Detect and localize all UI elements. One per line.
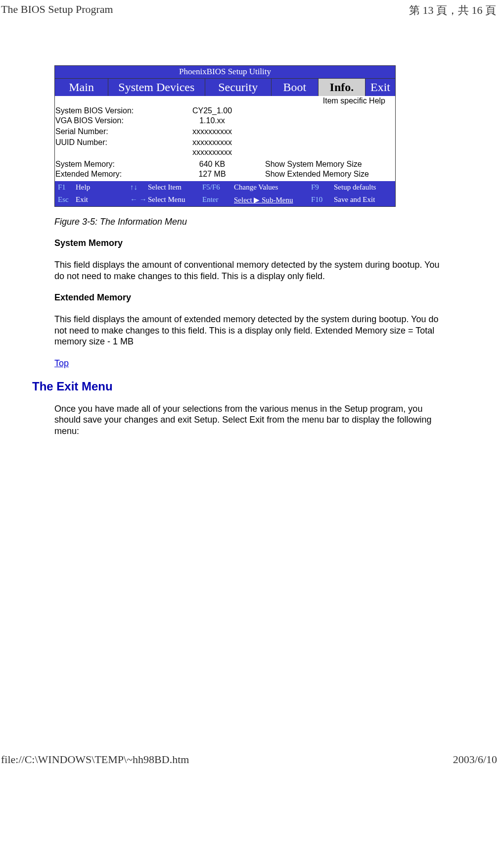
- key-updown-label: Select Item: [148, 183, 202, 192]
- menu-main[interactable]: Main: [55, 79, 108, 96]
- sys-mem-label: System Memory:: [55, 159, 160, 169]
- sys-mem-value: 640 KB: [160, 159, 265, 169]
- footer-path: file://C:\WINDOWS\TEMP\~hh98BD.htm: [1, 753, 189, 763]
- bios-setup-screenshot: PhoenixBIOS Setup Utility Main System De…: [54, 65, 396, 207]
- key-esc: Esc: [58, 195, 76, 204]
- table-row: xxxxxxxxxx: [55, 147, 395, 157]
- table-row: System BIOS Version: CY25_1.00: [55, 106, 395, 116]
- paragraph-extended-memory: This field displays the amount of extend…: [54, 314, 450, 347]
- menu-boot[interactable]: Boot: [272, 79, 319, 96]
- menu-info[interactable]: Info.: [319, 79, 365, 96]
- key-enter: Enter: [202, 195, 234, 204]
- vga-bios-label: VGA BIOS Version:: [55, 116, 160, 126]
- table-row: Extended Memory: 127 MB Show Extended Me…: [55, 169, 395, 179]
- bios-footer: F1 Help ↑↓ Select Item F5/F6 Change Valu…: [55, 181, 395, 206]
- key-f9-label: Setup defaults: [334, 183, 376, 192]
- sys-bios-value: CY25_1.00: [160, 106, 265, 116]
- vga-bios-value: 1.10.xx: [160, 116, 265, 126]
- sys-bios-label: System BIOS Version:: [55, 106, 160, 116]
- table-row: System Memory: 640 KB Show System Memory…: [55, 159, 395, 169]
- menu-exit[interactable]: Exit: [365, 79, 395, 96]
- page-header-pagenum: 第 13 頁，共 16 頁: [409, 3, 496, 18]
- table-row: Item specific Help: [55, 96, 395, 106]
- ext-mem-label: Extended Memory:: [55, 169, 160, 179]
- uuid-value-1: xxxxxxxxxx: [160, 138, 265, 147]
- heading-extended-memory: Extended Memory: [54, 292, 476, 303]
- menu-system-devices[interactable]: System Devices: [108, 79, 205, 96]
- bios-menu-bar: Main System Devices Security Boot Info. …: [55, 79, 395, 96]
- footer-date: 2003/6/10: [453, 753, 497, 763]
- top-link[interactable]: Top: [54, 358, 69, 369]
- key-f1-label: Help: [76, 183, 130, 192]
- key-esc-label: Exit: [76, 195, 130, 204]
- paragraph-exit-menu: Once you have made all of your selection…: [54, 403, 450, 437]
- table-row: UUID Number: xxxxxxxxxx: [55, 138, 395, 147]
- menu-security[interactable]: Security: [205, 79, 272, 96]
- heading-system-memory: System Memory: [54, 238, 476, 248]
- table-row: VGA BIOS Version: 1.10.xx: [55, 116, 395, 126]
- key-leftright: ← →: [130, 195, 148, 204]
- paragraph-system-memory: This field displays the amount of conven…: [54, 259, 450, 282]
- key-updown: ↑↓: [130, 183, 148, 192]
- serial-label: Serial Number:: [55, 127, 160, 137]
- bios-title: PhoenixBIOS Setup Utility: [55, 66, 395, 79]
- sys-mem-help: Show System Memory Size: [265, 159, 395, 169]
- bios-info-table: Item specific Help System BIOS Version: …: [55, 96, 395, 181]
- help-header: Item specific Help: [265, 96, 395, 106]
- key-f5f6-label: Change Values: [234, 183, 311, 192]
- uuid-label: UUID Number:: [55, 138, 160, 147]
- key-f5f6: F5/F6: [202, 183, 234, 192]
- key-enter-label: Select ▶ Sub-Menu: [234, 195, 311, 204]
- key-f9: F9: [311, 183, 334, 192]
- heading-exit-menu: The Exit Menu: [32, 380, 476, 393]
- figure-caption: Figure 3-5: The Information Menu: [54, 207, 476, 238]
- table-row: Serial Number: xxxxxxxxxx: [55, 127, 395, 137]
- key-f1: F1: [58, 183, 76, 192]
- ext-mem-value: 127 MB: [160, 169, 265, 179]
- ext-mem-help: Show Extended Memory Size: [265, 169, 395, 179]
- uuid-value-2: xxxxxxxxxx: [160, 147, 265, 157]
- serial-value: xxxxxxxxxx: [160, 127, 265, 137]
- key-leftright-label: Select Menu: [148, 195, 202, 204]
- page-header-title: The BIOS Setup Program: [1, 3, 113, 18]
- key-f10-label: Save and Exit: [334, 195, 375, 204]
- key-f10: F10: [311, 195, 334, 204]
